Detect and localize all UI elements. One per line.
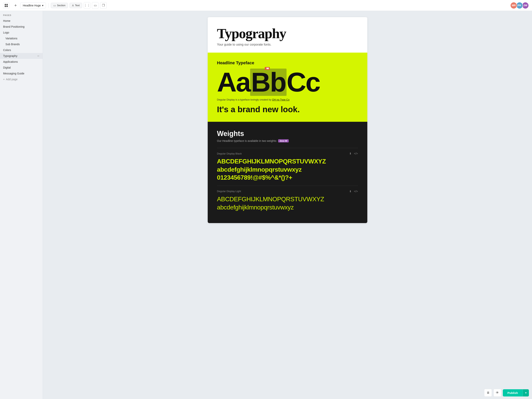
sidebar-item-digital-label: Digital (3, 66, 11, 69)
typeface-section-label: Headline Typeface (217, 60, 358, 65)
sidebar-item-brand-label: Brand Positioning (3, 25, 25, 28)
big-letters-display: Aa Bb Paul R Cc (217, 69, 358, 96)
cursor-tag: Paul R (265, 67, 270, 70)
sidebar-item-typography[interactable]: Typography ✏ (0, 53, 43, 59)
jess-cursor-tag: Jess W (278, 139, 289, 142)
add-page-button[interactable]: + Add page (0, 76, 43, 82)
duplicate-button[interactable]: ❐ (100, 2, 107, 9)
text-label: Text (75, 4, 80, 7)
sidebar-item-applications[interactable]: Applications (0, 59, 43, 65)
brand-tagline: It's a brand new look. (217, 105, 358, 114)
weights-title: Weights (217, 129, 358, 138)
dark-section: Weights Our Headline typeface is availab… (208, 122, 367, 223)
monitor-icon: 🖥 (487, 391, 490, 394)
dropdown-chevron-icon: ▾ (42, 4, 43, 7)
sidebar-item-sub-brands[interactable]: Sub Brands (0, 41, 43, 47)
sidebar-item-typography-label: Typography (3, 54, 17, 58)
page-card: Typography Your guide to using our corpo… (208, 17, 367, 223)
weight-block-light: Degular Display Light ⬇ </> ABCDEFGHIJKL… (217, 186, 358, 215)
text-pill[interactable]: A Text (70, 3, 82, 8)
section-icon: ▭ (53, 4, 56, 7)
download-icon-black[interactable]: ⬇ (349, 152, 352, 155)
sidebar-item-home-label: Home (3, 19, 10, 22)
main-layout: PAGES Home Brand Positioning Logo Variat… (0, 11, 532, 399)
sidebar-item-messaging-guide[interactable]: Messaging Guide (0, 71, 43, 76)
pages-section-label: PAGES (0, 14, 43, 18)
yellow-section: Headline Typeface Aa Bb Paul R Cc Degula… (208, 53, 367, 122)
publish-button-group[interactable]: Publish ▾ (503, 389, 529, 396)
weight-name-black: Degular Display Black (217, 152, 242, 155)
sidebar-item-logo[interactable]: Logo (0, 30, 43, 35)
publish-button[interactable]: Publish (503, 389, 523, 396)
font-description: Degular Display is a typeface lovingly c… (217, 98, 358, 101)
svg-rect-2 (5, 6, 6, 7)
collaborators-avatars: MR PK JW (511, 2, 529, 9)
layout-icon: ▭ (94, 4, 97, 7)
svg-rect-1 (6, 4, 8, 5)
sidebar-item-brand-positioning[interactable]: Brand Positioning (0, 24, 43, 30)
add-icon: + (3, 78, 5, 81)
sidebar-item-messaging-label: Messaging Guide (3, 72, 24, 75)
duplicate-icon: ❐ (102, 4, 105, 7)
font-display-black-lower: abcdefghijklmnopqrstuvwxyz (217, 166, 358, 174)
weight-actions-light[interactable]: ⬇ </> (349, 190, 358, 193)
font-display-light-upper: ABCDEFGHIJKLMNOPQRSTUVWXYZ (217, 195, 358, 203)
weight-name-light: Degular Display Light (217, 190, 241, 193)
sidebar-item-home[interactable]: Home (0, 18, 43, 24)
font-display-black-num: 0123456789!@#$%^&*()?+ (217, 174, 358, 182)
code-icon-black[interactable]: </> (354, 152, 358, 155)
grid-view-button[interactable]: ⋮⋮ (84, 2, 90, 9)
section-pill[interactable]: ▭ Section (51, 3, 68, 8)
sidebar-item-applications-label: Applications (3, 60, 18, 63)
font-display-black-upper: ABCDEFGHIJKLMNOPQRSTUVWXYZ (217, 157, 358, 166)
letters-aa: Aa (217, 69, 250, 96)
add-block-button[interactable]: + (13, 2, 19, 9)
sidebar-item-variations[interactable]: Variations (0, 35, 43, 41)
app-logo[interactable] (3, 2, 9, 9)
canvas-area[interactable]: Typography Your guide to using our corpo… (43, 11, 532, 399)
hero-section: Typography Your guide to using our corpo… (208, 17, 367, 53)
weight-actions-black[interactable]: ⬇ </> (349, 152, 358, 155)
font-link[interactable]: OH no Type Co (272, 98, 290, 101)
toolbar-divider-1 (48, 3, 49, 8)
sidebar-item-variations-label: Variations (6, 37, 17, 40)
sidebar-item-colors-label: Colors (3, 49, 11, 52)
edit-icon[interactable]: ✏ (37, 55, 39, 58)
avatar-1: MR (510, 2, 517, 9)
add-page-label: Add page (6, 78, 18, 81)
page-subtitle: Your guide to using our corporate fonts. (217, 43, 358, 46)
letters-cc: Cc (286, 69, 320, 96)
page-title: Typography (217, 26, 358, 40)
section-label: Section (57, 4, 65, 7)
weights-desc: Our Headline typeface is available in tw… (217, 139, 358, 142)
bottom-bar: 🖥 👁 Publish ▾ (481, 386, 532, 399)
preview-icon-button[interactable]: 🖥 (484, 389, 492, 397)
block-type-label: Headline Huge (23, 4, 41, 7)
text-icon: A (72, 4, 74, 7)
publish-dropdown-button[interactable]: ▾ (523, 389, 529, 396)
layout-button[interactable]: ▭ (92, 2, 99, 9)
code-icon-light[interactable]: </> (354, 190, 358, 193)
svg-rect-3 (6, 6, 8, 7)
block-type-dropdown[interactable]: Headline Huge ▾ (20, 3, 46, 8)
eye-icon: 👁 (496, 391, 499, 394)
weight-block-header-black: Degular Display Black ⬇ </> (217, 152, 358, 155)
weight-block-black: Degular Display Black ⬇ </> ABCDEFGHIJKL… (217, 148, 358, 186)
toolbar: + Headline Huge ▾ ▭ Section A Text ⋮⋮ ▭ … (0, 0, 532, 11)
sidebar-item-colors[interactable]: Colors (0, 47, 43, 53)
eye-icon-button[interactable]: 👁 (494, 389, 501, 397)
sidebar-item-digital[interactable]: Digital (0, 65, 43, 71)
svg-rect-0 (5, 4, 6, 5)
sidebar: PAGES Home Brand Positioning Logo Variat… (0, 11, 43, 399)
sidebar-item-sub-brands-label: Sub Brands (6, 43, 20, 46)
font-display-light-lower: abcdefghijklmnopqrstuvwxyz (217, 203, 358, 212)
grid-icon: ⋮⋮ (84, 4, 90, 7)
sidebar-item-logo-label: Logo (3, 31, 9, 34)
letters-bb-selected: Bb (250, 69, 286, 96)
download-icon-light[interactable]: ⬇ (349, 190, 352, 193)
weight-block-header-light: Degular Display Light ⬇ </> (217, 190, 358, 193)
